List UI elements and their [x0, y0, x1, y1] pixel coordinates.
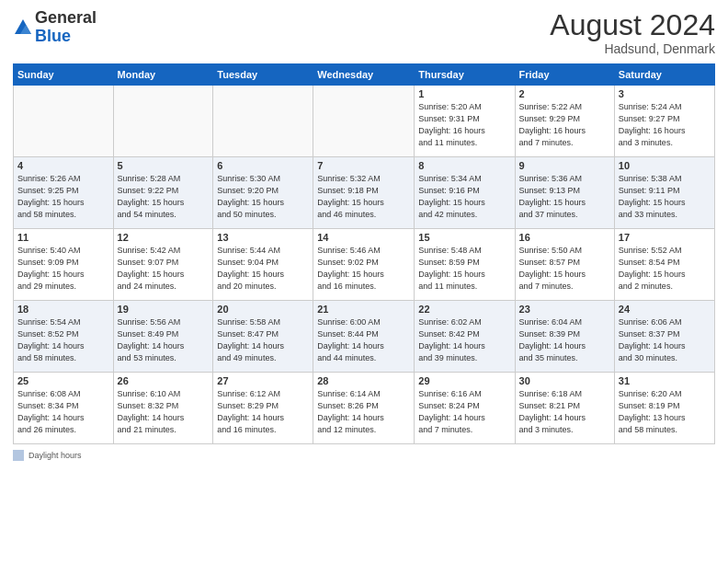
- day-number: 26: [118, 375, 210, 386]
- day-number: 21: [317, 304, 410, 315]
- day-info: Sunrise: 6:12 AM Sunset: 8:29 PM Dayligh…: [217, 388, 309, 436]
- day-number: 27: [217, 375, 309, 386]
- calendar-cell: 13Sunrise: 5:44 AM Sunset: 9:04 PM Dayli…: [213, 229, 313, 301]
- weekday-monday: Monday: [113, 64, 213, 86]
- day-info: Sunrise: 5:34 AM Sunset: 9:16 PM Dayligh…: [418, 173, 510, 221]
- week-row-1: 4Sunrise: 5:26 AM Sunset: 9:25 PM Daylig…: [14, 157, 715, 229]
- calendar-cell: 14Sunrise: 5:46 AM Sunset: 9:02 PM Dayli…: [313, 229, 415, 301]
- day-info: Sunrise: 5:44 AM Sunset: 9:04 PM Dayligh…: [217, 245, 309, 293]
- day-number: 7: [317, 160, 410, 171]
- calendar-cell: 28Sunrise: 6:14 AM Sunset: 8:26 PM Dayli…: [313, 373, 415, 444]
- day-number: 29: [418, 375, 510, 386]
- day-info: Sunrise: 5:32 AM Sunset: 9:18 PM Dayligh…: [317, 173, 410, 221]
- page: General Blue August 2024 Hadsund, Denmar…: [0, 0, 728, 563]
- calendar-cell: [313, 86, 415, 157]
- day-info: Sunrise: 5:36 AM Sunset: 9:13 PM Dayligh…: [519, 173, 610, 221]
- header: General Blue August 2024 Hadsund, Denmar…: [13, 9, 715, 56]
- day-number: 23: [519, 304, 610, 315]
- day-info: Sunrise: 6:20 AM Sunset: 8:19 PM Dayligh…: [619, 388, 711, 436]
- day-number: 18: [17, 304, 109, 315]
- day-info: Sunrise: 5:38 AM Sunset: 9:11 PM Dayligh…: [619, 173, 711, 221]
- calendar-cell: 17Sunrise: 5:52 AM Sunset: 8:54 PM Dayli…: [614, 229, 714, 301]
- calendar-cell: 12Sunrise: 5:42 AM Sunset: 9:07 PM Dayli…: [113, 229, 213, 301]
- calendar-table: SundayMondayTuesdayWednesdayThursdayFrid…: [13, 63, 715, 444]
- logo-text: General Blue: [35, 9, 97, 46]
- day-number: 25: [17, 375, 109, 386]
- calendar-cell: 15Sunrise: 5:48 AM Sunset: 8:59 PM Dayli…: [415, 229, 515, 301]
- day-number: 12: [118, 232, 210, 243]
- weekday-wednesday: Wednesday: [313, 64, 415, 86]
- day-info: Sunrise: 5:26 AM Sunset: 9:25 PM Dayligh…: [17, 173, 109, 221]
- calendar-cell: 20Sunrise: 5:58 AM Sunset: 8:47 PM Dayli…: [213, 301, 313, 373]
- day-info: Sunrise: 5:20 AM Sunset: 9:31 PM Dayligh…: [418, 101, 510, 149]
- day-info: Sunrise: 5:40 AM Sunset: 9:09 PM Dayligh…: [17, 245, 109, 293]
- calendar-cell: 10Sunrise: 5:38 AM Sunset: 9:11 PM Dayli…: [614, 157, 714, 229]
- title-block: August 2024 Hadsund, Denmark: [550, 9, 715, 56]
- calendar-cell: [14, 86, 114, 157]
- week-row-4: 25Sunrise: 6:08 AM Sunset: 8:34 PM Dayli…: [14, 373, 715, 444]
- week-row-3: 18Sunrise: 5:54 AM Sunset: 8:52 PM Dayli…: [14, 301, 715, 373]
- calendar-cell: 1Sunrise: 5:20 AM Sunset: 9:31 PM Daylig…: [415, 86, 515, 157]
- day-number: 5: [118, 160, 210, 171]
- day-number: 1: [418, 88, 510, 99]
- calendar-cell: 5Sunrise: 5:28 AM Sunset: 9:22 PM Daylig…: [113, 157, 213, 229]
- logo: General Blue: [13, 9, 97, 46]
- day-number: 15: [418, 232, 510, 243]
- calendar-cell: 27Sunrise: 6:12 AM Sunset: 8:29 PM Dayli…: [213, 373, 313, 444]
- day-info: Sunrise: 5:54 AM Sunset: 8:52 PM Dayligh…: [17, 316, 109, 364]
- day-info: Sunrise: 5:30 AM Sunset: 9:20 PM Dayligh…: [217, 173, 309, 221]
- day-number: 3: [619, 88, 711, 99]
- logo-general: General: [35, 8, 97, 27]
- week-row-0: 1Sunrise: 5:20 AM Sunset: 9:31 PM Daylig…: [14, 86, 715, 157]
- weekday-friday: Friday: [515, 64, 614, 86]
- footer: Daylight hours: [13, 450, 715, 461]
- day-number: 20: [217, 304, 309, 315]
- calendar-cell: 21Sunrise: 6:00 AM Sunset: 8:44 PM Dayli…: [313, 301, 415, 373]
- calendar-cell: 31Sunrise: 6:20 AM Sunset: 8:19 PM Dayli…: [614, 373, 714, 444]
- logo-icon: [13, 17, 33, 38]
- location: Hadsund, Denmark: [550, 41, 715, 56]
- day-info: Sunrise: 5:50 AM Sunset: 8:57 PM Dayligh…: [519, 245, 610, 293]
- calendar-cell: 3Sunrise: 5:24 AM Sunset: 9:27 PM Daylig…: [614, 86, 714, 157]
- day-info: Sunrise: 5:46 AM Sunset: 9:02 PM Dayligh…: [317, 245, 410, 293]
- day-number: 17: [619, 232, 711, 243]
- calendar-cell: 24Sunrise: 6:06 AM Sunset: 8:37 PM Dayli…: [614, 301, 714, 373]
- day-number: 11: [17, 232, 109, 243]
- day-info: Sunrise: 6:14 AM Sunset: 8:26 PM Dayligh…: [317, 388, 410, 436]
- day-info: Sunrise: 6:02 AM Sunset: 8:42 PM Dayligh…: [418, 316, 510, 364]
- day-info: Sunrise: 6:06 AM Sunset: 8:37 PM Dayligh…: [619, 316, 711, 364]
- legend-box: [13, 450, 24, 461]
- calendar-cell: 2Sunrise: 5:22 AM Sunset: 9:29 PM Daylig…: [515, 86, 614, 157]
- day-info: Sunrise: 5:58 AM Sunset: 8:47 PM Dayligh…: [217, 316, 309, 364]
- calendar-cell: 25Sunrise: 6:08 AM Sunset: 8:34 PM Dayli…: [14, 373, 114, 444]
- weekday-header-row: SundayMondayTuesdayWednesdayThursdayFrid…: [14, 64, 715, 86]
- day-number: 28: [317, 375, 410, 386]
- legend-label: Daylight hours: [28, 451, 82, 460]
- calendar-cell: 19Sunrise: 5:56 AM Sunset: 8:49 PM Dayli…: [113, 301, 213, 373]
- day-info: Sunrise: 5:48 AM Sunset: 8:59 PM Dayligh…: [418, 245, 510, 293]
- calendar-cell: 16Sunrise: 5:50 AM Sunset: 8:57 PM Dayli…: [515, 229, 614, 301]
- calendar-cell: 6Sunrise: 5:30 AM Sunset: 9:20 PM Daylig…: [213, 157, 313, 229]
- day-info: Sunrise: 6:00 AM Sunset: 8:44 PM Dayligh…: [317, 316, 410, 364]
- day-info: Sunrise: 6:04 AM Sunset: 8:39 PM Dayligh…: [519, 316, 610, 364]
- day-info: Sunrise: 5:24 AM Sunset: 9:27 PM Dayligh…: [619, 101, 711, 149]
- day-number: 16: [519, 232, 610, 243]
- calendar-cell: 30Sunrise: 6:18 AM Sunset: 8:21 PM Dayli…: [515, 373, 614, 444]
- calendar-cell: 29Sunrise: 6:16 AM Sunset: 8:24 PM Dayli…: [415, 373, 515, 444]
- day-info: Sunrise: 6:08 AM Sunset: 8:34 PM Dayligh…: [17, 388, 109, 436]
- day-number: 30: [519, 375, 610, 386]
- calendar-cell: 8Sunrise: 5:34 AM Sunset: 9:16 PM Daylig…: [415, 157, 515, 229]
- calendar-cell: 9Sunrise: 5:36 AM Sunset: 9:13 PM Daylig…: [515, 157, 614, 229]
- month-title: August 2024: [550, 9, 715, 41]
- day-number: 2: [519, 88, 610, 99]
- calendar-cell: 4Sunrise: 5:26 AM Sunset: 9:25 PM Daylig…: [14, 157, 114, 229]
- day-number: 4: [17, 160, 109, 171]
- weekday-sunday: Sunday: [14, 64, 114, 86]
- day-number: 9: [519, 160, 610, 171]
- day-info: Sunrise: 6:16 AM Sunset: 8:24 PM Dayligh…: [418, 388, 510, 436]
- day-info: Sunrise: 6:18 AM Sunset: 8:21 PM Dayligh…: [519, 388, 610, 436]
- day-info: Sunrise: 5:56 AM Sunset: 8:49 PM Dayligh…: [118, 316, 210, 364]
- day-number: 24: [619, 304, 711, 315]
- calendar-cell: 23Sunrise: 6:04 AM Sunset: 8:39 PM Dayli…: [515, 301, 614, 373]
- weekday-thursday: Thursday: [415, 64, 515, 86]
